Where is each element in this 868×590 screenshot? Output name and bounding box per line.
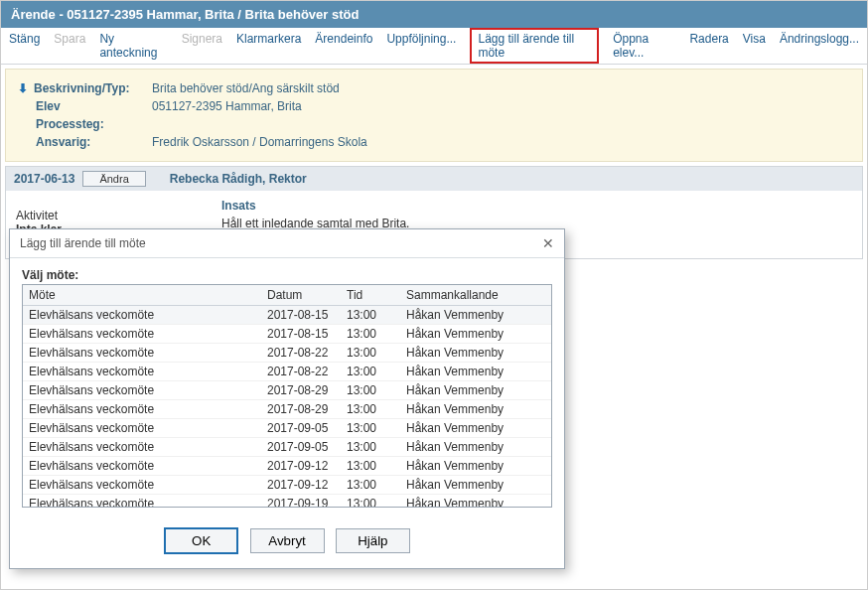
cell-tid: 13:00 <box>341 495 400 509</box>
add-meeting-dialog: Lägg till ärende till möte ✕ Välj möte: … <box>9 228 565 569</box>
table-row[interactable]: Elevhälsans veckomöte2017-09-0513:00Håka… <box>23 438 551 457</box>
table-row[interactable]: Elevhälsans veckomöte2017-09-0513:00Håka… <box>23 419 551 438</box>
cancel-button[interactable]: Avbryt <box>250 528 325 553</box>
close-icon[interactable]: ✕ <box>542 235 554 251</box>
dialog-title: Lägg till ärende till möte <box>20 236 146 250</box>
insats-header: Insats <box>221 199 850 213</box>
col-tid[interactable]: Tid <box>341 285 400 306</box>
cell-datum: 2017-08-22 <box>261 344 341 363</box>
lbl-ansvarig: Ansvarig: <box>18 135 152 149</box>
help-button[interactable]: Hjälp <box>336 528 410 553</box>
cell-sammankallande: Håkan Vemmenby <box>400 400 551 419</box>
cell-datum: 2017-09-12 <box>261 457 341 476</box>
cell-mote: Elevhälsans veckomöte <box>23 438 261 457</box>
menu-ny-anteckning[interactable]: Ny anteckning <box>99 32 167 60</box>
main-window: Ärende - 051127-2395 Hammar, Brita / Bri… <box>0 0 868 590</box>
table-row[interactable]: Elevhälsans veckomöte2017-08-2213:00Håka… <box>23 344 551 363</box>
menu-uppfoljning[interactable]: Uppföljning... <box>386 32 456 60</box>
download-icon: ⬇ <box>18 81 28 95</box>
col-datum[interactable]: Datum <box>261 285 341 306</box>
val-ansvarig: Fredrik Oskarsson / Domarringens Skola <box>152 135 367 149</box>
cell-datum: 2017-08-29 <box>261 381 341 400</box>
cell-mote: Elevhälsans veckomöte <box>23 457 261 476</box>
activity-label: Aktivitet <box>16 209 200 222</box>
cell-mote: Elevhälsans veckomöte <box>23 363 261 381</box>
cell-sammankallande: Håkan Vemmenby <box>400 438 551 457</box>
change-button[interactable]: Ändra <box>82 171 145 187</box>
window-title: Ärende - 051127-2395 Hammar, Brita / Bri… <box>1 1 867 28</box>
menu-arendeinfo[interactable]: Ärendeinfo <box>315 32 372 60</box>
cell-sammankallande: Håkan Vemmenby <box>400 344 551 363</box>
cell-mote: Elevhälsans veckomöte <box>23 476 261 495</box>
cell-datum: 2017-09-05 <box>261 419 341 438</box>
cell-sammankallande: Håkan Vemmenby <box>400 325 551 344</box>
table-row[interactable]: Elevhälsans veckomöte2017-08-2213:00Håka… <box>23 363 551 381</box>
menu-andringslogg[interactable]: Ändringslogg... <box>780 32 859 60</box>
menu-signera: Signera <box>182 32 222 60</box>
lbl-elev: Elev <box>18 99 152 113</box>
meeting-listbox[interactable]: Möte Datum Tid Sammankallande Elevhälsan… <box>22 284 552 508</box>
cell-tid: 13:00 <box>341 457 400 476</box>
lbl-beskrivning: Beskrivning/Typ: <box>34 81 129 95</box>
cell-mote: Elevhälsans veckomöte <box>23 325 261 344</box>
cell-mote: Elevhälsans veckomöte <box>23 419 261 438</box>
val-elev: 051127-2395 Hammar, Brita <box>152 99 302 113</box>
cell-sammankallande: Håkan Vemmenby <box>400 476 551 495</box>
table-row[interactable]: Elevhälsans veckomöte2017-08-2913:00Håka… <box>23 381 551 400</box>
menu-spara: Spara <box>54 32 85 60</box>
choose-meeting-label: Välj möte: <box>22 268 552 282</box>
entry-author: Rebecka Rådigh, Rektor <box>170 172 307 186</box>
cell-sammankallande: Håkan Vemmenby <box>400 306 551 325</box>
cell-tid: 13:00 <box>341 438 400 457</box>
cell-sammankallande: Håkan Vemmenby <box>400 457 551 476</box>
val-beskrivning: Brita behöver stöd/Ang särskilt stöd <box>152 81 340 95</box>
cell-tid: 13:00 <box>341 325 400 344</box>
cell-mote: Elevhälsans veckomöte <box>23 344 261 363</box>
cell-tid: 13:00 <box>341 381 400 400</box>
table-row[interactable]: Elevhälsans veckomöte2017-08-1513:00Håka… <box>23 306 551 325</box>
ok-button[interactable]: OK <box>164 527 238 554</box>
cell-mote: Elevhälsans veckomöte <box>23 400 261 419</box>
table-row[interactable]: Elevhälsans veckomöte2017-08-2913:00Håka… <box>23 400 551 419</box>
cell-datum: 2017-09-19 <box>261 495 341 509</box>
cell-tid: 13:00 <box>341 306 400 325</box>
table-row[interactable]: Elevhälsans veckomöte2017-09-1913:00Håka… <box>23 495 551 509</box>
cell-sammankallande: Håkan Vemmenby <box>400 381 551 400</box>
cell-sammankallande: Håkan Vemmenby <box>400 363 551 381</box>
col-sammankallande[interactable]: Sammankallande <box>400 285 551 306</box>
cell-mote: Elevhälsans veckomöte <box>23 381 261 400</box>
lbl-processteg: Processteg: <box>18 117 152 131</box>
menubar: Stäng Spara Ny anteckning Signera Klarma… <box>1 28 867 65</box>
cell-tid: 13:00 <box>341 363 400 381</box>
cell-datum: 2017-08-15 <box>261 325 341 344</box>
cell-tid: 13:00 <box>341 419 400 438</box>
menu-oppna-elev[interactable]: Öppna elev... <box>613 32 675 60</box>
cell-datum: 2017-08-15 <box>261 306 341 325</box>
menu-lagg-till-arende[interactable]: Lägg till ärende till möte <box>470 28 599 64</box>
col-mote[interactable]: Möte <box>23 285 261 306</box>
cell-sammankallande: Håkan Vemmenby <box>400 495 551 509</box>
menu-visa[interactable]: Visa <box>743 32 766 60</box>
table-row[interactable]: Elevhälsans veckomöte2017-08-1513:00Håka… <box>23 325 551 344</box>
menu-radera[interactable]: Radera <box>689 32 728 60</box>
cell-tid: 13:00 <box>341 476 400 495</box>
menu-stang[interactable]: Stäng <box>9 32 40 60</box>
info-panel: ⬇Beskrivning/Typ: Brita behöver stöd/Ang… <box>5 69 863 162</box>
cell-datum: 2017-09-05 <box>261 438 341 457</box>
cell-mote: Elevhälsans veckomöte <box>23 495 261 509</box>
menu-klarmarkera[interactable]: Klarmarkera <box>236 32 301 60</box>
cell-tid: 13:00 <box>341 400 400 419</box>
cell-mote: Elevhälsans veckomöte <box>23 306 261 325</box>
cell-tid: 13:00 <box>341 344 400 363</box>
cell-datum: 2017-09-12 <box>261 476 341 495</box>
table-row[interactable]: Elevhälsans veckomöte2017-09-1213:00Håka… <box>23 457 551 476</box>
entry-date: 2017-06-13 <box>14 172 74 186</box>
cell-sammankallande: Håkan Vemmenby <box>400 419 551 438</box>
table-row[interactable]: Elevhälsans veckomöte2017-09-1213:00Håka… <box>23 476 551 495</box>
cell-datum: 2017-08-22 <box>261 363 341 381</box>
cell-datum: 2017-08-29 <box>261 400 341 419</box>
